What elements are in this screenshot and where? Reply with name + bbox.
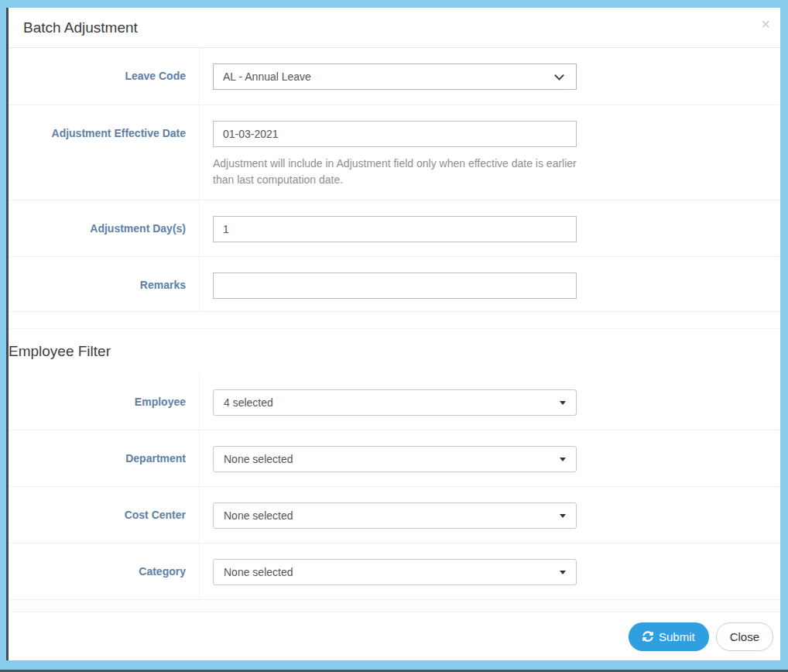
submit-button-label: Submit	[659, 630, 695, 643]
close-icon[interactable]: ×	[761, 16, 770, 32]
effective-date-help-text: Adjustment will include in Adjustment fi…	[213, 156, 586, 188]
department-selected-value: None selected	[224, 453, 293, 465]
caret-down-icon	[560, 514, 566, 518]
category-multiselect[interactable]: None selected	[213, 559, 577, 585]
cost-center-multiselect[interactable]: None selected	[213, 502, 577, 529]
close-button[interactable]: Close	[716, 622, 773, 651]
department-row: Department None selected	[9, 430, 780, 487]
adjustment-days-label: Adjustment Day(s)	[90, 222, 186, 235]
department-label: Department	[125, 452, 186, 465]
leave-code-selected-value: AL - Annual Leave	[223, 70, 311, 83]
footer-divider	[9, 600, 780, 612]
category-selected-value: None selected	[224, 566, 293, 578]
caret-down-icon	[560, 458, 566, 461]
dialog-title: Batch Adjustment	[23, 19, 138, 36]
employee-row: Employee 4 selected	[9, 374, 780, 430]
section-divider	[9, 312, 780, 329]
leave-code-row: Leave Code AL - Annual Leave	[9, 48, 780, 105]
effective-date-row: Adjustment Effective Date Adjustment wil…	[9, 105, 780, 201]
batch-adjustment-dialog: Batch Adjustment × Leave Code AL - Annua…	[6, 8, 780, 660]
effective-date-label: Adjustment Effective Date	[52, 127, 186, 139]
dialog-header: Batch Adjustment ×	[9, 8, 780, 48]
cost-center-label: Cost Center	[125, 509, 186, 521]
leave-code-select[interactable]: AL - Annual Leave	[213, 63, 577, 90]
cost-center-row: Cost Center None selected	[9, 487, 780, 543]
chevron-down-icon	[554, 70, 564, 81]
remarks-row: Remarks	[9, 257, 780, 312]
employee-filter-heading: Employee Filter	[9, 343, 780, 360]
dialog-footer: Submit Close	[9, 612, 780, 660]
category-label: Category	[139, 565, 186, 578]
close-button-label: Close	[730, 630, 759, 643]
cost-center-selected-value: None selected	[224, 509, 293, 522]
category-row: Category None selected	[9, 543, 780, 600]
adjustment-days-row: Adjustment Day(s)	[9, 201, 780, 257]
adjustment-days-input[interactable]	[213, 216, 577, 242]
effective-date-input[interactable]	[213, 121, 577, 147]
employee-label: Employee	[135, 396, 186, 408]
employee-selected-value: 4 selected	[224, 396, 273, 409]
caret-down-icon	[560, 571, 566, 574]
remarks-label: Remarks	[140, 279, 186, 291]
leave-code-label: Leave Code	[125, 70, 186, 82]
employee-multiselect[interactable]: 4 selected	[213, 389, 577, 416]
remarks-input[interactable]	[213, 273, 577, 299]
caret-down-icon	[560, 401, 566, 405]
refresh-icon	[642, 631, 653, 642]
department-multiselect[interactable]: None selected	[213, 446, 577, 472]
submit-button[interactable]: Submit	[629, 622, 709, 651]
